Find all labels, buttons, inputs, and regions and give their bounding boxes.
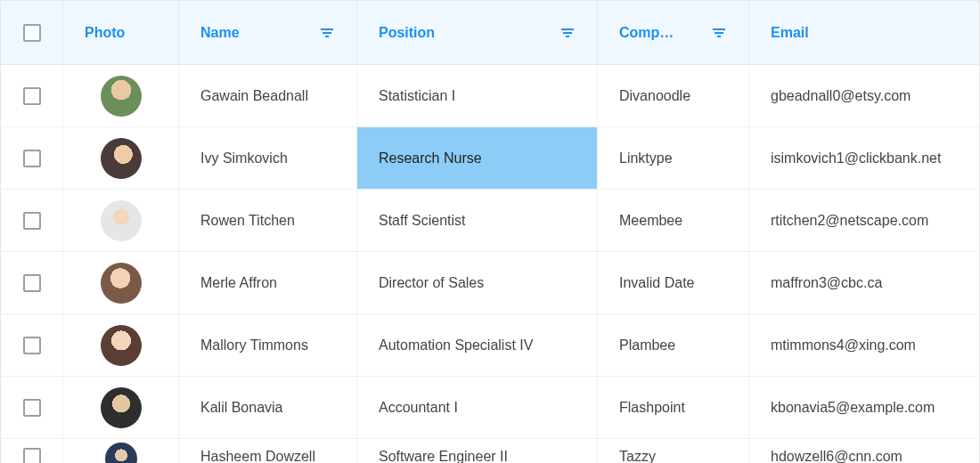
cell-company[interactable]: Meembee — [598, 190, 749, 251]
cell-email[interactable]: isimkovich1@clickbank.net — [749, 127, 979, 189]
row-checkbox-cell — [1, 314, 63, 376]
table-row: Ivy Simkovich Research Nurse Linktype is… — [1, 127, 979, 190]
avatar — [101, 387, 142, 428]
table-row: Merle Affron Director of Sales Invalid D… — [1, 252, 979, 314]
filter-icon[interactable] — [319, 25, 335, 41]
header-position[interactable]: Position — [357, 1, 598, 64]
avatar — [101, 200, 142, 241]
row-checkbox-cell — [1, 190, 63, 251]
filter-icon[interactable] — [559, 25, 576, 41]
svg-rect-0 — [321, 28, 333, 30]
cell-name[interactable]: Gawain Beadnall — [179, 65, 357, 126]
cell-position[interactable]: Statistician I — [357, 65, 598, 126]
cell-name[interactable]: Ivy Simkovich — [179, 127, 357, 189]
header-checkbox-cell — [1, 1, 63, 64]
cell-email[interactable]: gbeadnall0@etsy.com — [749, 65, 979, 126]
svg-rect-7 — [715, 32, 723, 34]
select-all-checkbox[interactable] — [23, 24, 41, 42]
avatar — [101, 263, 142, 304]
table-row: Mallory Timmons Automation Specialist IV… — [1, 314, 979, 377]
cell-name[interactable]: Hasheem Dowzell — [179, 439, 357, 463]
svg-rect-8 — [717, 36, 721, 37]
header-label-email: Email — [771, 25, 809, 41]
avatar — [101, 325, 142, 366]
cell-photo[interactable] — [63, 190, 179, 251]
row-checkbox[interactable] — [23, 212, 41, 230]
svg-rect-1 — [323, 32, 331, 34]
header-name[interactable]: Name — [179, 1, 357, 64]
svg-rect-4 — [563, 32, 572, 34]
grid-body: Gawain Beadnall Statistician I Divanoodl… — [1, 65, 979, 463]
table-row: Gawain Beadnall Statistician I Divanoodl… — [1, 65, 979, 127]
cell-name[interactable]: Merle Affron — [179, 252, 357, 313]
cell-email[interactable]: maffron3@cbc.ca — [749, 252, 979, 313]
cell-company[interactable]: Linktype — [598, 127, 749, 189]
cell-name[interactable]: Kalil Bonavia — [179, 377, 357, 438]
cell-photo[interactable] — [63, 377, 179, 438]
cell-photo[interactable] — [63, 127, 179, 189]
row-checkbox-cell — [1, 252, 63, 313]
table-row: Hasheem Dowzell Software Engineer II Taz… — [1, 439, 979, 463]
header-email[interactable]: Email — [749, 1, 979, 64]
header-company[interactable]: Comp… — [598, 1, 749, 64]
table-row: Kalil Bonavia Accountant I Flashpoint kb… — [1, 377, 979, 439]
data-grid: Photo Name Position Comp… Email — [0, 0, 980, 463]
cell-company[interactable]: Tazzy — [598, 439, 749, 463]
cell-photo[interactable] — [63, 314, 179, 376]
cell-email[interactable]: mtimmons4@xing.com — [749, 314, 979, 376]
cell-position[interactable]: Research Nurse — [357, 127, 598, 189]
cell-position[interactable]: Staff Scientist — [357, 190, 598, 251]
avatar — [101, 138, 142, 179]
cell-position[interactable]: Director of Sales — [357, 252, 598, 313]
header-label-name: Name — [200, 25, 240, 41]
svg-rect-3 — [561, 28, 574, 30]
row-checkbox[interactable] — [23, 150, 41, 167]
cell-position[interactable]: Accountant I — [357, 377, 598, 438]
header-photo[interactable]: Photo — [63, 1, 179, 64]
row-checkbox[interactable] — [23, 448, 41, 464]
header-label-position: Position — [379, 25, 435, 41]
row-checkbox-cell — [1, 439, 63, 463]
row-checkbox[interactable] — [23, 274, 41, 292]
filter-icon[interactable] — [711, 25, 727, 41]
cell-position[interactable]: Software Engineer II — [357, 439, 598, 463]
cell-photo[interactable] — [63, 65, 179, 126]
row-checkbox[interactable] — [23, 87, 41, 105]
cell-photo[interactable] — [63, 252, 179, 313]
cell-name[interactable]: Mallory Timmons — [179, 314, 357, 376]
row-checkbox[interactable] — [23, 337, 41, 354]
row-checkbox[interactable] — [23, 399, 41, 417]
row-checkbox-cell — [1, 127, 63, 189]
header-row: Photo Name Position Comp… Email — [1, 1, 979, 65]
header-label-company: Comp… — [619, 25, 674, 41]
svg-rect-5 — [566, 36, 569, 37]
cell-company[interactable]: Invalid Date — [598, 252, 749, 313]
cell-company[interactable]: Divanoodle — [598, 65, 749, 126]
svg-rect-2 — [325, 36, 329, 37]
row-checkbox-cell — [1, 65, 63, 126]
table-row: Rowen Titchen Staff Scientist Meembee rt… — [1, 190, 979, 252]
cell-email[interactable]: hdowzell6@cnn.com — [749, 439, 979, 463]
cell-name[interactable]: Rowen Titchen — [179, 190, 357, 251]
cell-photo[interactable] — [63, 439, 179, 463]
avatar — [101, 76, 142, 117]
row-checkbox-cell — [1, 377, 63, 438]
cell-company[interactable]: Flashpoint — [598, 377, 749, 438]
cell-company[interactable]: Plambee — [598, 314, 749, 376]
svg-rect-6 — [713, 28, 725, 30]
header-label-photo: Photo — [85, 25, 125, 41]
cell-email[interactable]: kbonavia5@example.com — [749, 377, 979, 438]
cell-position[interactable]: Automation Specialist IV — [357, 314, 598, 376]
cell-email[interactable]: rtitchen2@netscape.com — [749, 190, 979, 251]
avatar — [105, 443, 137, 464]
